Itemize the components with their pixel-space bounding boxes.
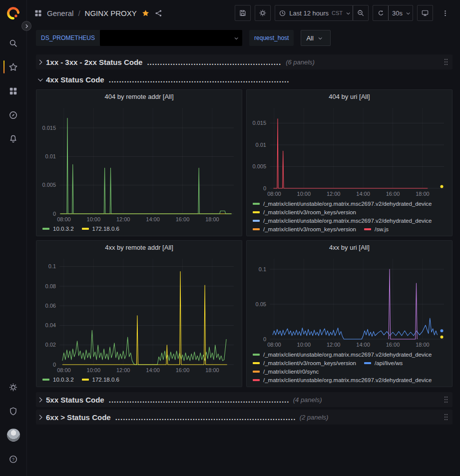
legend-item[interactable]: /_matrix/client/unstable/org.matrix.msc2… bbox=[253, 217, 432, 225]
panel-title[interactable]: 4xx by remote addr [All] bbox=[36, 241, 242, 254]
panel-title[interactable]: 4xx by uri [All] bbox=[247, 241, 452, 254]
svg-text:0: 0 bbox=[53, 211, 56, 217]
legend-swatch bbox=[253, 371, 260, 373]
legend-item[interactable]: /sw.js bbox=[364, 225, 389, 233]
panel-chart[interactable]: 00.0050.010.01508:0010:0012:0014:0016:00… bbox=[247, 103, 452, 199]
row-title-dots: ........................................… bbox=[109, 396, 289, 404]
datasource-variable: DS_PROMETHEUS bbox=[36, 30, 242, 46]
row-title-dots: ........................................… bbox=[115, 413, 295, 422]
kebab-icon bbox=[442, 9, 449, 17]
grafana-logo-icon[interactable] bbox=[3, 4, 23, 22]
legend-swatch bbox=[253, 228, 260, 230]
svg-text:16:00: 16:00 bbox=[176, 367, 190, 373]
row-6xx[interactable]: 6xx > Status Code ......................… bbox=[36, 410, 453, 425]
legend-item[interactable]: 10.0.3.2 bbox=[42, 376, 74, 384]
legend-item[interactable]: 172.18.0.6 bbox=[82, 225, 119, 233]
svg-text:08:00: 08:00 bbox=[267, 191, 281, 197]
request-host-select[interactable]: All bbox=[301, 30, 331, 46]
sidebar-item-help[interactable]: ? bbox=[2, 448, 24, 470]
legend-label: /api/live/ws bbox=[375, 359, 403, 367]
kebab-menu-button[interactable] bbox=[437, 5, 453, 21]
svg-text:14:00: 14:00 bbox=[356, 342, 370, 348]
sidebar-item-alerting[interactable] bbox=[2, 128, 24, 150]
panel-title[interactable]: 404 by remote addr [All] bbox=[36, 90, 242, 103]
sidebar-item-profile[interactable] bbox=[2, 424, 24, 446]
request-host-label[interactable]: request_host bbox=[249, 30, 294, 46]
tv-mode-button[interactable] bbox=[417, 5, 433, 21]
row-panel-count: (6 panels) bbox=[286, 58, 315, 66]
legend-item[interactable]: 10.0.3.2 bbox=[42, 225, 74, 233]
refresh-button[interactable] bbox=[373, 5, 389, 21]
svg-text:18:00: 18:00 bbox=[416, 191, 430, 197]
legend-item[interactable]: /_matrix/client/unstable/org.matrix.msc2… bbox=[253, 376, 432, 384]
legend-label: /_matrix/client/v3/room_keys/version bbox=[263, 208, 356, 216]
zoom-out-button[interactable] bbox=[353, 5, 369, 21]
panel-chart[interactable]: 00.0050.010.01508:0010:0012:0014:0016:00… bbox=[36, 103, 242, 224]
dashboard-canvas: 1xx - 3xx - 2xx Status Code ............… bbox=[27, 51, 460, 476]
legend-swatch bbox=[82, 379, 89, 381]
gear-icon bbox=[8, 383, 18, 392]
svg-text:0.05: 0.05 bbox=[256, 301, 266, 307]
panel-grid: 404 by remote addr [All] 00.0050.010.015… bbox=[36, 89, 453, 387]
legend-item[interactable]: /_matrix/client/v3/room_keys/version bbox=[253, 225, 356, 233]
time-range-picker[interactable]: Last 12 hours CST bbox=[275, 5, 353, 21]
sidebar-item-search[interactable] bbox=[2, 32, 24, 54]
sidebar-item-starred[interactable] bbox=[2, 56, 24, 78]
breadcrumb-title[interactable]: NGINX PROXY bbox=[85, 9, 137, 17]
svg-text:18:00: 18:00 bbox=[416, 342, 430, 348]
legend-label: 10.0.3.2 bbox=[53, 376, 74, 384]
legend-item[interactable]: /_matrix/client/v3/room_keys/version bbox=[253, 359, 356, 367]
breadcrumb-section[interactable]: General bbox=[47, 9, 73, 17]
share-icon[interactable] bbox=[154, 9, 163, 17]
svg-text:14:00: 14:00 bbox=[146, 216, 160, 222]
svg-text:0.015: 0.015 bbox=[252, 120, 266, 126]
legend-item[interactable]: /_matrix/client/unstable/org.matrix.msc2… bbox=[253, 351, 432, 359]
panel-chart[interactable]: 00.050.108:0010:0012:0014:0016:0018:00 bbox=[247, 254, 452, 350]
svg-text:0.01: 0.01 bbox=[256, 142, 266, 148]
row-1xx-3xx-2xx[interactable]: 1xx - 3xx - 2xx Status Code ............… bbox=[36, 54, 453, 69]
panel-legend: /_matrix/client/unstable/org.matrix.msc2… bbox=[247, 199, 452, 236]
row-5xx[interactable]: 5xx Status Code ........................… bbox=[36, 392, 453, 407]
legend-label: /_matrix/client/unstable/org.matrix.msc2… bbox=[263, 217, 432, 225]
favorite-star-icon[interactable] bbox=[141, 9, 150, 17]
svg-text:0.08: 0.08 bbox=[45, 283, 56, 289]
svg-text:0.005: 0.005 bbox=[252, 163, 266, 169]
sidebar-item-configuration[interactable] bbox=[2, 376, 24, 398]
legend-item[interactable]: 172.18.0.6 bbox=[82, 376, 119, 384]
sidebar-expand-button[interactable] bbox=[21, 21, 31, 31]
dashboard-settings-button[interactable] bbox=[255, 5, 271, 21]
datasource-select[interactable] bbox=[100, 30, 242, 46]
panel-title[interactable]: 404 by uri [All] bbox=[247, 90, 452, 103]
panel-legend: 10.0.3.2 172.18.0.6 bbox=[36, 375, 242, 387]
datasource-label[interactable]: DS_PROMETHEUS bbox=[36, 30, 100, 46]
chevron-down-icon bbox=[319, 36, 322, 39]
legend-swatch bbox=[42, 379, 49, 381]
svg-text:10:00: 10:00 bbox=[87, 367, 101, 373]
row-4xx[interactable]: 4xx Status Code ........................… bbox=[36, 72, 453, 87]
row-title: 5xx Status Code bbox=[46, 396, 104, 404]
shield-icon bbox=[8, 407, 18, 416]
panel-chart[interactable]: 00.020.040.060.080.108:0010:0012:0014:00… bbox=[36, 254, 242, 375]
sidebar-item-server-admin[interactable] bbox=[2, 400, 24, 422]
legend-item[interactable]: /_matrix/client/r0/sync bbox=[253, 368, 319, 376]
svg-text:08:00: 08:00 bbox=[57, 216, 71, 222]
sidebar-item-explore[interactable] bbox=[2, 104, 24, 126]
svg-text:0.02: 0.02 bbox=[45, 342, 56, 348]
request-host-select-wrap: All bbox=[301, 30, 331, 46]
legend-item[interactable]: /api/live/ws bbox=[364, 359, 403, 367]
legend-label: 10.0.3.2 bbox=[53, 225, 74, 233]
row-drag-handle-icon[interactable] bbox=[444, 413, 449, 421]
refresh-interval-picker[interactable]: 30s bbox=[388, 5, 413, 21]
row-drag-handle-icon[interactable] bbox=[444, 396, 449, 404]
row-drag-handle-icon[interactable] bbox=[444, 58, 449, 66]
time-controls: Last 12 hours CST bbox=[275, 5, 369, 21]
legend-swatch bbox=[253, 354, 260, 356]
sidebar-item-dashboards[interactable] bbox=[2, 80, 24, 102]
timezone-label: CST bbox=[332, 10, 343, 16]
legend-item[interactable]: /_matrix/client/v3/room_keys/version bbox=[253, 208, 356, 216]
legend-item[interactable]: /_matrix/client/unstable/org.matrix.msc2… bbox=[253, 200, 432, 208]
row-title: 1xx - 3xx - 2xx Status Code bbox=[46, 58, 142, 66]
svg-text:08:00: 08:00 bbox=[267, 342, 281, 348]
save-dashboard-button[interactable] bbox=[235, 5, 251, 21]
svg-text:12:00: 12:00 bbox=[116, 216, 130, 222]
